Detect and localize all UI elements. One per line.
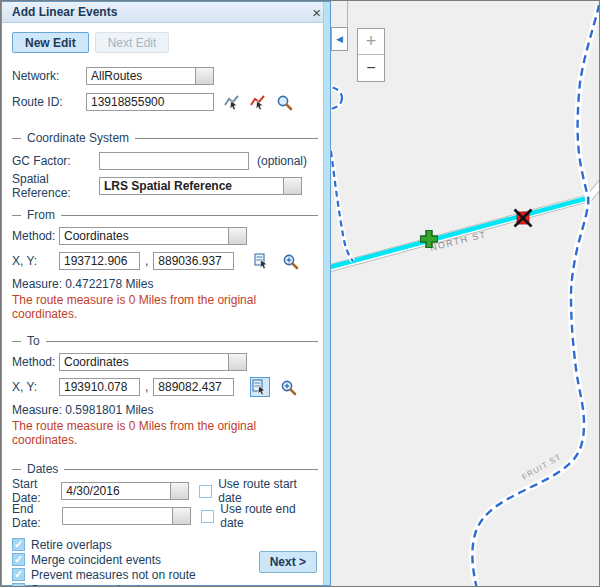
magnifier-glyph bbox=[276, 94, 293, 111]
map-canvas[interactable]: NORTH ST FRUIT ST bbox=[331, 1, 600, 587]
from-xy-label: X, Y: bbox=[12, 254, 59, 268]
panel-title: Add Linear Events bbox=[12, 5, 117, 19]
to-section: To bbox=[12, 334, 318, 348]
end-date-value bbox=[63, 508, 172, 524]
from-title: From bbox=[27, 208, 55, 222]
prevent-measures-checkbox[interactable]: ✓ bbox=[12, 568, 25, 581]
use-route-start-date-checkbox[interactable] bbox=[199, 485, 212, 498]
from-pick-location-icon[interactable] bbox=[252, 251, 272, 271]
end-date-label: End Date: bbox=[12, 502, 62, 530]
next-edit-button: Next Edit bbox=[95, 32, 170, 53]
network-select[interactable]: AllRoutes bbox=[86, 67, 214, 85]
to-pick-location-icon[interactable] bbox=[250, 377, 270, 397]
option-row: ✓ Retire overlaps bbox=[12, 537, 318, 552]
select-route-glyph bbox=[224, 94, 240, 110]
merge-coincident-events-checkbox[interactable]: ✓ bbox=[12, 553, 25, 566]
map-view[interactable]: NORTH ST FRUIT ST ◀ bbox=[331, 1, 600, 587]
network-label: Network: bbox=[12, 69, 86, 83]
collapse-arrow-icon: ◀ bbox=[336, 34, 343, 44]
comma-separator: , bbox=[145, 254, 148, 268]
start-date-label: Start Date: bbox=[12, 477, 61, 505]
pick-location-glyph bbox=[254, 253, 270, 269]
retire-overlaps-checkbox[interactable]: ✓ bbox=[12, 538, 25, 551]
gc-factor-input[interactable] bbox=[99, 152, 249, 170]
spatial-reference-label: Spatial Reference: bbox=[12, 172, 99, 200]
coordinate-system-title: Coordinate System bbox=[27, 131, 129, 145]
save-dominant-routes-checkbox[interactable]: ✓ bbox=[12, 583, 25, 587]
use-route-start-date-label: Use route start date bbox=[218, 477, 318, 505]
next-button[interactable]: Next > bbox=[259, 551, 317, 573]
select-active-route-icon[interactable] bbox=[248, 92, 268, 112]
magnifier-plus-glyph bbox=[282, 253, 299, 270]
from-method-value: Coordinates bbox=[60, 228, 228, 244]
from-warning-text: The route measure is 0 Miles from the or… bbox=[12, 293, 318, 321]
to-warning-text: The route measure is 0 Miles from the or… bbox=[12, 419, 318, 447]
start-date-dropdown-button[interactable] bbox=[170, 483, 188, 499]
coordinate-system-section: Coordinate System bbox=[12, 131, 318, 145]
merge-coincident-events-label: Merge coincident events bbox=[31, 553, 161, 567]
route-id-value: 13918855900 bbox=[87, 94, 197, 110]
gc-factor-label: GC Factor: bbox=[12, 154, 99, 168]
select-active-route-glyph bbox=[250, 94, 266, 110]
to-y-input[interactable] bbox=[153, 378, 234, 396]
zoom-in-button[interactable]: + bbox=[358, 29, 384, 55]
to-zoom-to-icon[interactable] bbox=[278, 377, 298, 397]
route-id-select[interactable]: 13918855900 bbox=[86, 93, 214, 111]
to-xy-label: X, Y: bbox=[12, 380, 59, 394]
stream-halo bbox=[331, 151, 353, 261]
dates-section: Dates bbox=[12, 462, 318, 476]
panel-header: Add Linear Events × bbox=[2, 2, 330, 23]
from-y-input[interactable] bbox=[153, 252, 234, 270]
optional-hint: (optional) bbox=[257, 154, 307, 168]
spatial-reference-dropdown-button bbox=[283, 178, 301, 194]
option-row: ✓ Save events to dominant routes bbox=[12, 582, 318, 587]
spatial-reference-value: LRS Spatial Reference bbox=[100, 178, 283, 194]
river-halo bbox=[472, 5, 599, 587]
map-zoom-control: + − bbox=[357, 28, 385, 82]
from-method-label: Method: bbox=[12, 229, 59, 243]
retire-overlaps-label: Retire overlaps bbox=[31, 538, 112, 552]
from-x-input[interactable] bbox=[59, 252, 140, 270]
panel-splitter-line bbox=[347, 1, 348, 28]
pick-location-glyph bbox=[252, 379, 268, 395]
from-section: From bbox=[12, 208, 318, 222]
use-route-end-date-checkbox[interactable] bbox=[201, 510, 214, 523]
close-icon[interactable]: × bbox=[312, 3, 321, 22]
network-dropdown-button[interactable] bbox=[195, 68, 213, 84]
to-method-value: Coordinates bbox=[60, 354, 228, 370]
use-route-end-date-label: Use route end date bbox=[220, 502, 318, 530]
app-window: Add Linear Events × New Edit Next Edit N… bbox=[0, 0, 600, 587]
to-method-select[interactable]: Coordinates bbox=[59, 353, 247, 371]
save-dominant-routes-label: Save events to dominant routes bbox=[31, 583, 200, 587]
select-route-on-map-icon[interactable] bbox=[222, 92, 242, 112]
start-date-picker[interactable]: 4/30/2016 bbox=[61, 482, 189, 500]
zoom-to-route-icon[interactable] bbox=[274, 92, 294, 112]
magnifier-plus-glyph bbox=[280, 379, 297, 396]
collapse-panel-button[interactable]: ◀ bbox=[331, 27, 348, 51]
to-method-dropdown-button[interactable] bbox=[228, 354, 246, 370]
new-edit-button[interactable]: New Edit bbox=[12, 32, 89, 53]
from-method-dropdown-button[interactable] bbox=[228, 228, 246, 244]
spatial-reference-select[interactable]: LRS Spatial Reference bbox=[99, 177, 302, 195]
end-date-picker[interactable] bbox=[62, 507, 191, 525]
to-measure-text: Measure: 0.5981801 Miles bbox=[12, 403, 318, 417]
to-x-input[interactable] bbox=[59, 378, 140, 396]
from-zoom-to-icon[interactable] bbox=[280, 251, 300, 271]
dates-title: Dates bbox=[27, 462, 58, 476]
to-location-marker bbox=[515, 210, 532, 227]
from-measure-text: Measure: 0.4722178 Miles bbox=[12, 277, 318, 291]
route-id-label: Route ID: bbox=[12, 95, 86, 109]
network-value: AllRoutes bbox=[87, 68, 195, 84]
prevent-measures-label: Prevent measures not on route bbox=[31, 568, 196, 582]
end-date-dropdown-button[interactable] bbox=[172, 508, 190, 524]
add-linear-events-panel: Add Linear Events × New Edit Next Edit N… bbox=[1, 1, 331, 586]
comma-separator: , bbox=[145, 380, 148, 394]
zoom-out-button[interactable]: − bbox=[358, 55, 384, 81]
start-date-value: 4/30/2016 bbox=[62, 483, 170, 499]
from-method-select[interactable]: Coordinates bbox=[59, 227, 247, 245]
to-title: To bbox=[27, 334, 40, 348]
panel-scrollbar[interactable] bbox=[323, 2, 330, 585]
to-method-label: Method: bbox=[12, 355, 59, 369]
route-id-dropdown-button[interactable] bbox=[197, 94, 213, 110]
highlighted-route bbox=[331, 198, 588, 268]
